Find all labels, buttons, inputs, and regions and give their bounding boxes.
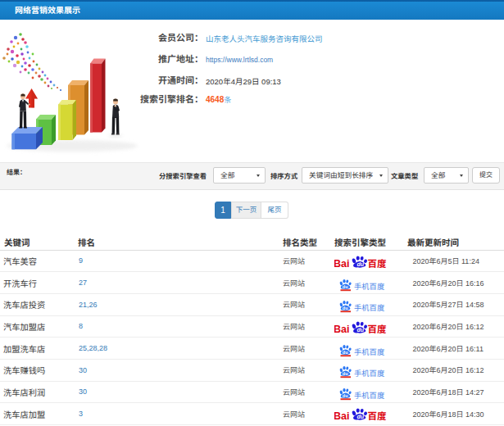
svg-text:Bai: Bai [334,323,349,334]
svg-text:du: du [343,283,348,288]
svg-text:手机百度: 手机百度 [354,301,384,313]
svg-text:du: du [343,371,348,376]
svg-text:百度: 百度 [368,321,387,334]
svg-text:百度: 百度 [368,409,387,422]
svg-text:du: du [357,414,365,419]
svg-text:手机百度: 手机百度 [354,345,384,356]
svg-text:手机百度: 手机百度 [354,367,384,378]
svg-text:du: du [343,393,348,398]
svg-text:Bai: Bai [334,410,349,422]
svg-text:du: du [343,306,348,310]
svg-text:du: du [343,349,348,354]
svg-text:手机百度: 手机百度 [354,279,384,291]
svg-text:百度: 百度 [368,256,387,269]
svg-text:手机百度: 手机百度 [354,388,384,400]
svg-text:Bai: Bai [334,257,349,269]
svg-text:du: du [357,327,365,333]
svg-text:du: du [357,261,365,267]
